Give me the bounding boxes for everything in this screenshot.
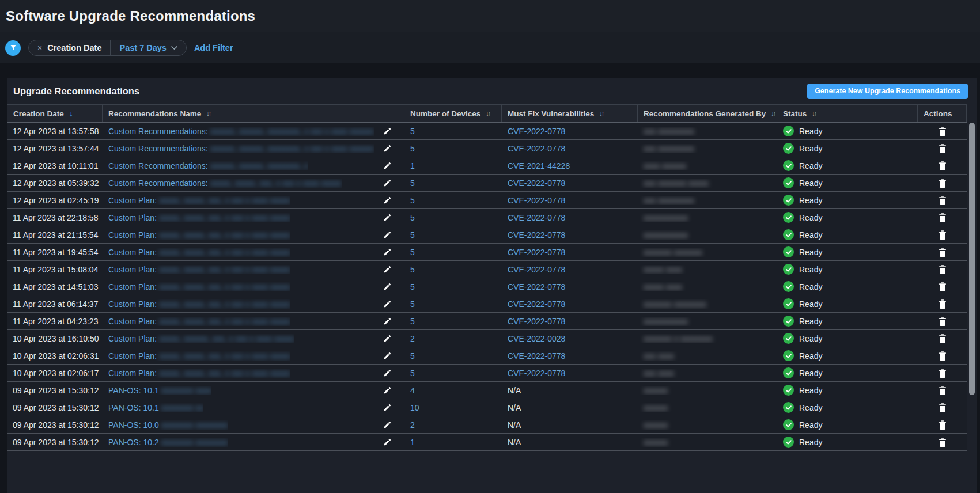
devices-count-link[interactable]: 1: [410, 438, 415, 447]
recommendation-name-link[interactable]: PAN-OS: 10.1 xxxxxxxx xx: [108, 403, 203, 412]
recommendation-name-link[interactable]: Custom Plan: xxxxx, xxxxx, xxx, x xxx x …: [108, 299, 290, 309]
delete-row-button[interactable]: [937, 437, 948, 448]
column-header-recommendations-name[interactable]: Recommendations Name ↓↑: [103, 105, 404, 122]
edit-name-button[interactable]: [382, 264, 393, 275]
must-fix-link[interactable]: CVE-2022-0778: [508, 317, 565, 326]
devices-count-link[interactable]: 2: [410, 420, 415, 430]
edit-name-button[interactable]: [382, 419, 393, 430]
edit-name-button[interactable]: [382, 143, 393, 154]
delete-row-button[interactable]: [937, 316, 948, 327]
must-fix-link[interactable]: CVE-2022-0778: [508, 230, 565, 240]
devices-count-link[interactable]: 5: [410, 144, 415, 153]
edit-name-button[interactable]: [382, 212, 393, 223]
must-fix-link[interactable]: CVE-2022-0778: [508, 196, 565, 205]
devices-count-link[interactable]: 5: [410, 248, 415, 257]
edit-name-button[interactable]: [382, 126, 393, 136]
must-fix-link[interactable]: CVE-2022-0778: [508, 127, 565, 136]
edit-name-button[interactable]: [382, 177, 393, 188]
delete-row-button[interactable]: [937, 246, 948, 258]
column-header-recommendations-generated-by[interactable]: Recommendations Generated By ↓↑: [638, 105, 777, 122]
vertical-scrollbar-thumb[interactable]: [969, 123, 975, 395]
must-fix-link[interactable]: CVE-2022-0778: [508, 369, 565, 378]
devices-count-link[interactable]: 5: [410, 282, 415, 291]
edit-name-button[interactable]: [382, 195, 393, 206]
delete-row-button[interactable]: [937, 402, 948, 414]
delete-row-button[interactable]: [937, 126, 948, 137]
edit-name-button[interactable]: [382, 385, 393, 396]
column-header-status[interactable]: Status ↓↑: [777, 105, 918, 122]
add-filter-link[interactable]: Add Filter: [194, 43, 233, 52]
column-header-number-of-devices[interactable]: Number of Devices ↓↑: [404, 105, 502, 122]
recommendation-name-link[interactable]: Custom Plan: xxxxx, xxxxx, xxx, x xxx x …: [108, 230, 290, 240]
recommendation-name-link[interactable]: Custom Plan: xxxxx, xxxxx, xxx, x xxx x …: [108, 317, 290, 326]
delete-row-button[interactable]: [937, 143, 948, 154]
delete-row-button[interactable]: [937, 298, 948, 310]
devices-count-link[interactable]: 5: [410, 351, 415, 361]
devices-count-link[interactable]: 5: [410, 265, 415, 274]
recommendation-name-link[interactable]: Custom Plan: xxxxx, xxxxx, xxx, x xxx x …: [108, 265, 290, 274]
must-fix-link[interactable]: CVE-2022-0778: [508, 282, 565, 291]
delete-row-button[interactable]: [937, 229, 948, 241]
recommendation-name-link[interactable]: Custom Plan: xxxxx, xxxxx, xxx, x xxx x …: [108, 282, 290, 291]
column-header-must-fix-vulnerabilities[interactable]: Must Fix Vulnerabilities ↓↑: [502, 105, 638, 122]
edit-name-button[interactable]: [382, 298, 393, 309]
must-fix-link[interactable]: CVE-2022-0028: [508, 334, 565, 343]
recommendation-name-link[interactable]: Custom Plan: xxxxx, xxxxx, xxx, x xxx x …: [108, 213, 290, 222]
recommendation-name-link[interactable]: Custom Recommendations: xxxxxx, xxxxxx, …: [108, 144, 374, 153]
must-fix-link[interactable]: CVE-2022-0778: [508, 144, 565, 153]
recommendation-name-link[interactable]: Custom Recommendations: xxxxxx, xxxxxx, …: [108, 161, 308, 170]
edit-name-button[interactable]: [382, 316, 393, 327]
column-header-creation-date[interactable]: Creation Date ↓: [7, 105, 103, 122]
recommendation-name-link[interactable]: Custom Plan: xxxxx, xxxxxx, xxx, x xxx x…: [108, 334, 294, 343]
generate-recommendations-button[interactable]: Generate New Upgrade Recommendations: [807, 84, 968, 99]
recommendation-name-link[interactable]: PAN-OS: 10.0 xxxxxxxx xxxxxxxx: [108, 420, 228, 430]
delete-row-button[interactable]: [937, 385, 948, 396]
edit-name-button[interactable]: [382, 437, 393, 448]
delete-row-button[interactable]: [937, 367, 948, 379]
devices-count-link[interactable]: 2: [410, 334, 415, 343]
delete-row-button[interactable]: [937, 160, 948, 172]
must-fix-link[interactable]: CVE-2022-0778: [508, 248, 565, 257]
delete-row-button[interactable]: [937, 195, 948, 206]
devices-count-link[interactable]: 5: [410, 317, 415, 326]
recommendation-name-link[interactable]: PAN-OS: 10.2 xxxxxxxx xxxxxxxx: [108, 438, 228, 447]
devices-count-link[interactable]: 5: [410, 299, 415, 309]
recommendation-name-link[interactable]: Custom Plan: xxxxx, xxxxx, xxx, x xxx x …: [108, 248, 290, 257]
delete-row-button[interactable]: [937, 419, 948, 431]
edit-name-button[interactable]: [382, 229, 393, 240]
edit-name-button[interactable]: [382, 402, 393, 413]
recommendation-name-link[interactable]: Custom Recommendations: xxxxxx, xxxxxx, …: [108, 127, 374, 136]
recommendation-name-link[interactable]: Custom Plan: xxxxx, xxxxx, xxx, x xxx x …: [108, 369, 290, 378]
edit-name-button[interactable]: [382, 246, 393, 257]
edit-name-button[interactable]: [382, 333, 393, 344]
delete-row-button[interactable]: [937, 177, 948, 189]
delete-row-button[interactable]: [937, 350, 948, 362]
devices-count-link[interactable]: 4: [410, 386, 415, 395]
delete-row-button[interactable]: [937, 264, 948, 275]
devices-count-link[interactable]: 5: [410, 213, 415, 222]
must-fix-link[interactable]: CVE-2022-0778: [508, 179, 565, 188]
devices-count-link[interactable]: 5: [410, 179, 415, 188]
edit-name-button[interactable]: [382, 281, 393, 292]
devices-count-link[interactable]: 5: [410, 196, 415, 205]
must-fix-link[interactable]: CVE-2022-0778: [508, 351, 565, 361]
edit-name-button[interactable]: [382, 350, 393, 361]
filter-chip-value-dropdown[interactable]: Past 7 Days: [111, 40, 186, 55]
edit-name-button[interactable]: [382, 160, 393, 171]
delete-row-button[interactable]: [937, 212, 948, 223]
filter-button[interactable]: [5, 40, 21, 56]
must-fix-link[interactable]: CVE-2021-44228: [508, 161, 570, 170]
delete-row-button[interactable]: [937, 333, 948, 344]
must-fix-link[interactable]: CVE-2022-0778: [508, 299, 565, 309]
devices-count-link[interactable]: 5: [410, 127, 415, 136]
devices-count-link[interactable]: 5: [410, 230, 415, 240]
edit-name-button[interactable]: [382, 367, 393, 378]
devices-count-link[interactable]: 10: [410, 403, 419, 412]
recommendation-name-link[interactable]: Custom Plan: xxxxx, xxxxx, xxx, x xxx x …: [108, 196, 290, 205]
recommendation-name-link[interactable]: Custom Plan: xxxxx, xxxxx, xxx, x xxx x …: [108, 351, 290, 361]
recommendation-name-link[interactable]: PAN-OS: 10.1 xxxxxxxx xxxx: [108, 386, 211, 395]
filter-chip-remove[interactable]: × Creation Date: [29, 40, 110, 55]
delete-row-button[interactable]: [937, 281, 948, 293]
devices-count-link[interactable]: 5: [410, 369, 415, 378]
must-fix-link[interactable]: CVE-2022-0778: [508, 213, 565, 222]
